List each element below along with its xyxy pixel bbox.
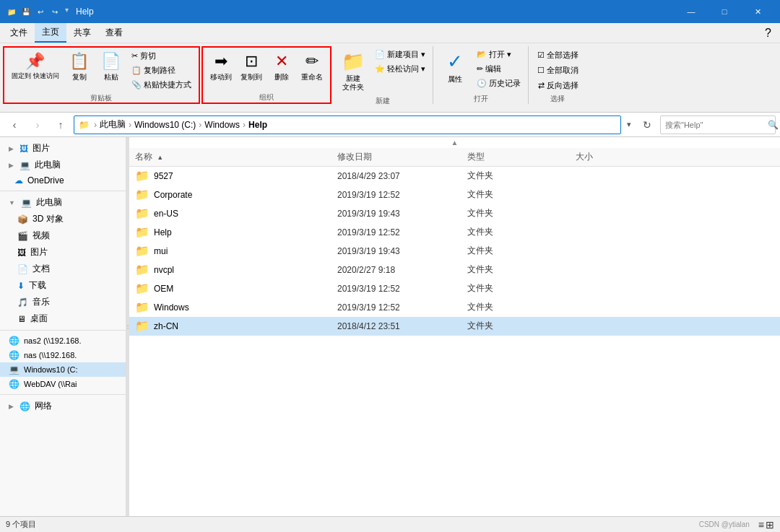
path-segment-windows[interactable]: Windows (204, 120, 240, 130)
close-button[interactable]: ✕ (741, 0, 774, 23)
sidebar-item-desktop[interactable]: 🖥 桌面 (0, 310, 126, 327)
deselect-all-button[interactable]: ☐ 全部取消 (534, 64, 581, 77)
select-all-icon: ☑ (537, 51, 545, 60)
menu-view[interactable]: 查看 (98, 24, 130, 42)
window-title: Help (76, 6, 675, 17)
address-dropdown-button[interactable]: ▾ (624, 120, 634, 129)
invert-selection-button[interactable]: ⇄ 反向选择 (535, 79, 581, 92)
sidebar-item-pictures[interactable]: ▶ 🖼 图片 (0, 140, 126, 157)
this-pc-arrow: ▶ (9, 162, 14, 169)
cut-button[interactable]: ✂ 剪切 (129, 49, 194, 63)
file-list-area: ▲ 名称 ▲ 修改日期 类型 大小 📁 9527 2018/4/29 23:07 (129, 137, 780, 516)
list-view-button[interactable]: ≡ (758, 519, 764, 531)
sidebar-item-nas[interactable]: 🌐 nas (\\192.168. (0, 348, 126, 362)
copy-label: 复制 (72, 72, 87, 82)
table-row[interactable]: 📁 Help 2019/3/19 12:52 文件夹 (129, 223, 780, 242)
path-segment-pc[interactable]: 此电脑 (100, 118, 126, 131)
file-items-container: 📁 9527 2018/4/29 23:07 文件夹 📁 Corporate 2… (129, 167, 780, 336)
open-button[interactable]: 📂 打开 ▾ (474, 48, 524, 61)
quick-pin-icon[interactable]: 💾 (20, 6, 32, 17)
copy-path-button[interactable]: 📋 复制路径 (129, 64, 194, 77)
table-row[interactable]: 📁 Windows 2019/3/19 12:52 文件夹 (129, 298, 780, 317)
table-row[interactable]: 📁 en-US 2019/3/19 19:43 文件夹 (129, 204, 780, 223)
search-box[interactable]: 🔍 (660, 115, 776, 134)
sidebar-item-onedrive[interactable]: ☁ OneDrive (0, 173, 126, 188)
col-header-name[interactable]: 名称 ▲ (135, 151, 337, 163)
select-all-button[interactable]: ☑ 全部选择 (534, 48, 581, 62)
sidebar-item-3d[interactable]: 📦 3D 对象 (0, 211, 126, 227)
sidebar-divider-2 (0, 330, 126, 331)
forward-button[interactable]: › (27, 115, 48, 135)
table-row[interactable]: 📁 Corporate 2019/3/19 12:52 文件夹 (129, 186, 780, 204)
search-input[interactable] (665, 121, 765, 129)
pin-to-quickaccess-button[interactable]: 📌 固定到 快速访问 (9, 49, 62, 83)
table-row[interactable]: 📁 mui 2019/3/19 19:43 文件夹 (129, 242, 780, 261)
history-button[interactable]: 🕒 历史记录 (474, 77, 524, 90)
quick-redo-icon[interactable]: ↪ (49, 6, 61, 17)
sidebar-item-network[interactable]: ▶ 🌐 网络 (0, 398, 126, 414)
table-row[interactable]: 📁 OEM 2019/3/19 12:52 文件夹 (129, 279, 780, 298)
sidebar-item-docs[interactable]: 📄 文档 (0, 261, 126, 277)
table-row[interactable]: 📁 nvcpl 2020/2/27 9:18 文件夹 (129, 261, 780, 279)
paste-shortcut-button[interactable]: 📎 粘贴快捷方式 (129, 78, 194, 92)
properties-button[interactable]: ✓ 属性 (439, 48, 471, 87)
back-button[interactable]: ‹ (4, 115, 25, 135)
sidebar-divider-1 (0, 191, 126, 191)
pin-icon: 📌 (25, 52, 45, 71)
new-item-button[interactable]: 📄 新建项目 ▾ (372, 48, 428, 61)
file-name-cell: 📁 Corporate (135, 188, 337, 201)
sidebar: ▶ 🖼 图片 ▶ 💻 此电脑 ☁ OneDrive ▼ 💻 此电脑 📦 3D 对… (0, 137, 126, 516)
delete-button[interactable]: ✕ 删除 (268, 49, 295, 85)
paste-label: 粘贴 (104, 72, 118, 82)
file-name-cell: 📁 Windows (135, 300, 337, 314)
history-icon: 🕒 (477, 79, 487, 88)
music-icon: 🎵 (17, 297, 28, 308)
win10-label: Windows10 (C: (24, 365, 78, 374)
quick-undo-icon[interactable]: ↩ (35, 6, 46, 17)
sidebar-item-video[interactable]: 🎬 视频 (0, 227, 126, 244)
file-name-cell: 📁 nvcpl (135, 263, 337, 276)
sidebar-item-this-pc2[interactable]: ▼ 💻 此电脑 (0, 194, 126, 211)
table-row[interactable]: 📁 9527 2018/4/29 23:07 文件夹 (129, 167, 780, 186)
edit-button[interactable]: ✏ 编辑 (474, 62, 524, 76)
quick-save-icon[interactable]: 📁 (6, 6, 17, 17)
sidebar-item-nas2[interactable]: 🌐 nas2 (\\192.168. (0, 333, 126, 348)
sidebar-item-webdav[interactable]: 🌐 WebDAV (\\Rai (0, 377, 126, 391)
file-name-cell: 📁 Help (135, 225, 337, 239)
path-segment-help[interactable]: Help (248, 120, 267, 130)
collapse-handle[interactable]: ▲ (129, 137, 780, 148)
file-type-cell: 文件夹 (467, 245, 576, 257)
move-to-button[interactable]: ➡ 移动到 (207, 49, 235, 85)
col-header-type[interactable]: 类型 (467, 151, 576, 163)
col-header-date[interactable]: 修改日期 (337, 151, 467, 163)
copy-to-button[interactable]: ⊡ 复制到 (238, 49, 265, 85)
table-row[interactable]: 📁 zh-CN 2018/4/12 23:51 文件夹 (129, 317, 780, 336)
address-path[interactable]: 📁 › 此电脑 › Windows10 (C:) › Windows › Hel… (74, 115, 621, 134)
sidebar-item-this-pc[interactable]: ▶ 💻 此电脑 (0, 157, 126, 173)
menu-share[interactable]: 共享 (66, 24, 98, 42)
new-item-label: 新建项目 ▾ (387, 49, 425, 60)
move-icon: ➡ (214, 52, 228, 71)
help-button[interactable]: ? (759, 27, 777, 40)
sidebar-item-music[interactable]: 🎵 音乐 (0, 294, 126, 310)
folder-icon: 📁 (135, 206, 150, 220)
cut-icon: ✂ (131, 51, 138, 61)
grid-view-button[interactable]: ⊞ (766, 519, 774, 531)
sidebar-item-win10[interactable]: 💻 Windows10 (C: (0, 362, 126, 377)
file-name: nvcpl (154, 265, 174, 275)
sidebar-item-downloads[interactable]: ⬇ 下载 (0, 277, 126, 294)
path-segment-drive[interactable]: Windows10 (C:) (134, 120, 196, 130)
rename-button[interactable]: ✏ 重命名 (298, 49, 326, 85)
menu-file[interactable]: 文件 (3, 24, 35, 42)
sidebar-item-img[interactable]: 🖼 图片 (0, 244, 126, 261)
maximize-button[interactable]: □ (708, 0, 741, 23)
new-folder-button[interactable]: 📁 新建文件夹 (337, 48, 369, 95)
refresh-button[interactable]: ↻ (637, 115, 657, 135)
minimize-button[interactable]: — (675, 0, 708, 23)
menu-home[interactable]: 主页 (35, 23, 66, 43)
paste-button[interactable]: 📄 粘贴 (97, 49, 126, 85)
copy-button[interactable]: 📋 复制 (65, 49, 94, 85)
col-header-size[interactable]: 大小 (576, 151, 648, 163)
up-button[interactable]: ↑ (51, 115, 71, 135)
easy-access-button[interactable]: ⭐ 轻松访问 ▾ (372, 62, 428, 76)
